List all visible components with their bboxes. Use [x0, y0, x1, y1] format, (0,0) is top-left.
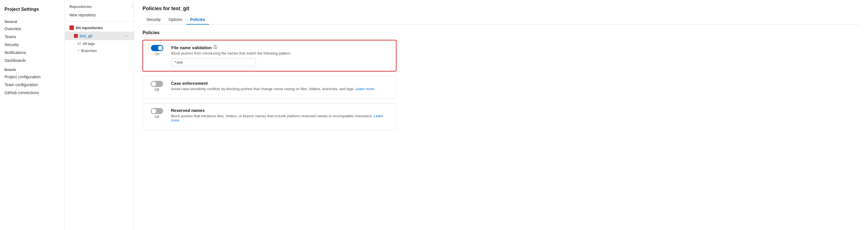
- toggle-label-reserved: Off: [155, 115, 159, 119]
- sidebar-item-notifications[interactable]: Notifications: [0, 49, 65, 57]
- toggle-reserved-names[interactable]: [151, 108, 163, 114]
- repo-item-test-git[interactable]: test_git ···: [65, 32, 134, 40]
- toggle-container-reserved: Off: [148, 108, 165, 119]
- policy-desc-reserved: Block pushes that introduce files, folde…: [171, 114, 391, 122]
- tabs-bar: Security Options Policies: [143, 15, 860, 25]
- policy-name-case: Case enforcement: [171, 81, 391, 86]
- tab-security[interactable]: Security: [143, 15, 165, 25]
- tab-policies[interactable]: Policies: [186, 15, 209, 25]
- policy-name-file-name: File name validation ⓘ: [171, 45, 390, 50]
- policies-title: Policies: [143, 30, 397, 35]
- general-section: General Overview Teams Security Notifica…: [0, 17, 65, 64]
- policy-content-file-name: File name validation ⓘ Block pushes from…: [171, 45, 390, 66]
- sidebar-item-project-config[interactable]: Project configuration: [0, 73, 65, 81]
- file-name-pattern-input[interactable]: [171, 58, 256, 66]
- boards-section: Boards Project configuration Team config…: [0, 64, 65, 97]
- page-title: Policies for test_git: [143, 6, 860, 11]
- tag-icon: 🏷: [77, 41, 81, 46]
- main-content: Policies for test_git Security Options P…: [134, 0, 868, 230]
- toggle-knob-reserved: [152, 109, 156, 113]
- git-repositories-header: Git repositories: [65, 24, 134, 32]
- repo-more-button[interactable]: ···: [123, 33, 129, 38]
- mid-sidebar: ‹ Repositories New repository Git reposi…: [65, 0, 134, 230]
- repo-icon: [74, 34, 78, 38]
- sidebar-item-github-connections[interactable]: GitHub connections: [0, 89, 65, 97]
- new-repository-link[interactable]: New repository: [65, 11, 134, 19]
- policy-name-reserved: Reserved names: [171, 108, 391, 113]
- tab-options[interactable]: Options: [165, 15, 186, 25]
- policy-content-reserved: Reserved names Block pushes that introdu…: [171, 108, 391, 125]
- sidebar-item-overview[interactable]: Overview: [0, 25, 65, 33]
- learn-more-case[interactable]: Learn more: [355, 87, 374, 91]
- branches-item[interactable]: ⑂ Branches: [65, 47, 134, 54]
- branch-icon: ⑂: [77, 49, 80, 53]
- policy-desc-file-name: Block pushes from introducing file names…: [171, 51, 390, 55]
- general-section-header: General: [0, 17, 65, 25]
- toggle-file-name-validation[interactable]: [151, 45, 163, 51]
- toggle-label-case: Off: [155, 88, 159, 92]
- policy-content-case: Case enforcement Avoid case-sensitivity …: [171, 81, 391, 94]
- info-icon-file-name[interactable]: ⓘ: [213, 45, 217, 50]
- policy-card-case-enforcement: Off Case enforcement Avoid case-sensitiv…: [143, 76, 397, 98]
- sidebar-item-security[interactable]: Security: [0, 41, 65, 49]
- project-settings-title: Project Settings: [0, 4, 65, 17]
- all-tags-item[interactable]: 🏷 All tags: [65, 40, 134, 47]
- sidebar-item-dashboards[interactable]: Dashboards: [0, 57, 65, 64]
- toggle-knob-case: [152, 82, 156, 86]
- git-icon: [69, 25, 74, 30]
- repo-name[interactable]: test_git: [80, 34, 123, 38]
- left-sidebar: Project Settings General Overview Teams …: [0, 0, 65, 230]
- boards-section-header: Boards: [0, 64, 65, 73]
- policies-section: Policies On File name validation ⓘ Block…: [143, 30, 397, 130]
- repositories-title: Repositories: [65, 3, 134, 11]
- sidebar-item-teams[interactable]: Teams: [0, 33, 65, 41]
- toggle-container-case: Off: [148, 81, 165, 92]
- policy-desc-case: Avoid case-sensitivity conflicts by bloc…: [171, 87, 391, 91]
- sidebar-divider: [65, 21, 134, 22]
- toggle-case-enforcement[interactable]: [151, 81, 163, 87]
- toggle-label-file-name: On: [155, 52, 159, 56]
- toggle-knob: [158, 46, 162, 50]
- sidebar-item-team-config[interactable]: Team configuration: [0, 81, 65, 89]
- toggle-container-file-name: On: [149, 45, 166, 56]
- policy-card-reserved-names: Off Reserved names Block pushes that int…: [143, 103, 397, 130]
- policy-card-file-name-validation: On File name validation ⓘ Block pushes f…: [143, 40, 397, 71]
